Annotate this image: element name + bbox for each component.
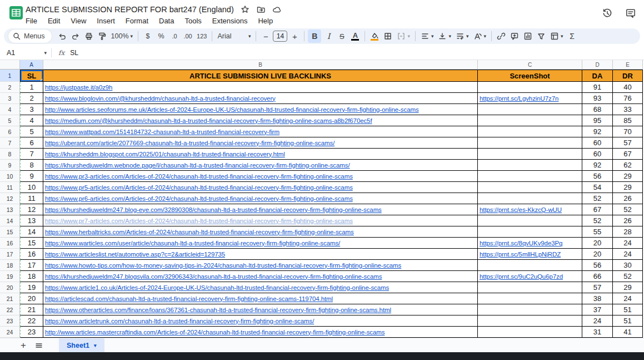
undo-button[interactable]	[56, 29, 68, 43]
cell-dr[interactable]: 41	[613, 327, 643, 338]
insert-chart-button[interactable]	[522, 29, 534, 43]
move-to-folder-icon[interactable]	[256, 5, 266, 14]
cell-screenshot[interactable]	[478, 193, 582, 204]
cell-sl[interactable]: 4	[20, 115, 43, 126]
cell-da[interactable]: 52	[582, 215, 613, 226]
menu-item[interactable]: Extensions	[212, 17, 248, 25]
cell-sl[interactable]: 13	[20, 215, 43, 226]
cloud-saved-icon[interactable]	[272, 5, 282, 14]
menu-item[interactable]: File	[26, 17, 37, 25]
screenshot-url[interactable]: https://prnt.sc/5mllHLpNjRDZ	[480, 251, 561, 258]
cell-url[interactable]: https://www.pr6-articles.com/Articles-of…	[43, 193, 478, 204]
cell-sl[interactable]: 16	[20, 249, 43, 260]
cell-da[interactable]: 93	[582, 93, 613, 104]
comment-history-icon[interactable]	[625, 8, 636, 19]
cell-da[interactable]: 31	[582, 327, 613, 338]
cell-dr[interactable]: 67	[613, 149, 643, 160]
decrease-decimal-button[interactable]: .0	[168, 29, 181, 43]
cell-sl[interactable]: 18	[20, 271, 43, 282]
cell-dr[interactable]: 52	[613, 271, 643, 282]
row-number[interactable]: 23	[0, 315, 20, 327]
cell-url[interactable]: https://khurshedjuweldm247.blog-eye.com/…	[43, 204, 478, 215]
cell-dr[interactable]: 85	[613, 115, 643, 126]
cell-screenshot[interactable]	[478, 149, 582, 160]
screenshot-url[interactable]: https://prnt.sc/9uC2uQu6p7zd	[480, 273, 563, 280]
vertical-align-button[interactable]: ▾	[436, 29, 453, 43]
backlink-url[interactable]: https://www.article1.co.uk/Articles-of-2…	[45, 284, 389, 291]
cell-url[interactable]: https://www.howto-tips.com/how-to-money-…	[43, 260, 478, 271]
cell-sl[interactable]: 11	[20, 193, 43, 204]
bold-button[interactable]: B	[308, 29, 321, 43]
backlink-url[interactable]: https://www.articletrunk.com/chasunah-lt…	[45, 318, 314, 324]
cell-url[interactable]: https://www.otherarticles.com/finance/lo…	[43, 304, 478, 315]
cell-url[interactable]: https://medium.com/@khursheddm/chasunah-…	[43, 115, 478, 126]
cell-dr[interactable]: 62	[613, 160, 643, 171]
percent-format-button[interactable]: %	[155, 29, 167, 43]
cell-sl[interactable]: 8	[20, 160, 43, 171]
cell-url[interactable]: https://www.bloglovin.com/@khursheddm/ch…	[43, 93, 478, 104]
cell-sl[interactable]: 12	[20, 204, 43, 215]
increase-decimal-button[interactable]: .00	[182, 29, 194, 43]
backlink-url[interactable]: https://www.howto-tips.com/how-to-money-…	[45, 262, 401, 269]
fill-color-button[interactable]	[368, 29, 381, 43]
row-number[interactable]: 21	[0, 293, 20, 304]
cell-url[interactable]: http://www.articles.seoforums.me.uk/Arti…	[43, 104, 478, 115]
cell-sl[interactable]: 19	[20, 282, 43, 293]
selection-fill-handle[interactable]	[41, 79, 43, 82]
cell-da[interactable]: 24	[582, 315, 613, 327]
row-number[interactable]: 8	[0, 149, 20, 160]
cell-dr[interactable]: 29	[613, 182, 643, 193]
cell-screenshot[interactable]	[478, 226, 582, 238]
filter-views-button[interactable]: ▾	[548, 29, 565, 43]
cell-da[interactable]: 57	[582, 282, 613, 293]
cell-da[interactable]: 60	[582, 137, 613, 149]
star-icon[interactable]	[241, 5, 249, 14]
cell-url[interactable]: https://khurshedjuweldm247.blogsvila.com…	[43, 271, 478, 282]
cell-dr[interactable]: 29	[613, 282, 643, 293]
cell-url[interactable]: https://www.pr7-articles.com/Articles-of…	[43, 215, 478, 226]
cell-backlinks-header[interactable]: ARTICLE SUBMISSION LIVE BACKLINKS	[43, 70, 478, 82]
row-number[interactable]: 19	[0, 271, 20, 282]
cell-sl[interactable]: 3	[20, 104, 43, 115]
backlink-url[interactable]: https://www.pr6-articles.com/Articles-of…	[45, 195, 353, 202]
cell-url[interactable]: https://www.articletrunk.com/chasunah-lt…	[43, 315, 478, 327]
cell-da[interactable]: 67	[582, 204, 613, 215]
decrease-font-size-button[interactable]: −	[259, 29, 272, 43]
cell-screenshot[interactable]	[478, 315, 582, 327]
cell-dr[interactable]: 51	[613, 304, 643, 315]
sheet-tab-active[interactable]: Sheet1 ▾	[59, 338, 104, 352]
row-number[interactable]: 24	[0, 327, 20, 338]
row-number[interactable]: 10	[0, 171, 20, 182]
backlink-url[interactable]: https://khurshedjuweldm247.blog-eye.com/…	[45, 206, 382, 213]
cell-sl-header[interactable]: SL	[20, 70, 43, 82]
row-number[interactable]: 2	[0, 82, 20, 93]
cell-da[interactable]: 55	[582, 226, 613, 238]
text-rotation-button[interactable]: ▾	[472, 29, 488, 43]
borders-button[interactable]	[382, 29, 394, 43]
insert-comment-button[interactable]	[508, 29, 521, 43]
version-history-icon[interactable]	[602, 8, 613, 19]
row-number[interactable]: 17	[0, 249, 20, 260]
sum-functions-button[interactable]: Σ	[566, 29, 578, 43]
backlink-url[interactable]: https://www.bloglovin.com/@khursheddm/ch…	[45, 95, 276, 102]
backlink-url[interactable]: http://www.articles.mastercraftindia.com…	[45, 329, 385, 336]
menu-item[interactable]: Data	[159, 17, 174, 25]
screenshot-url[interactable]: https://prnt.sc/8qvUKv9de3Pq	[480, 240, 562, 246]
column-header[interactable]: E	[613, 60, 643, 70]
backlink-url[interactable]: https://khursheddm.blogspot.com/2025/01/…	[45, 151, 285, 157]
text-wrap-button[interactable]: ▾	[454, 29, 471, 43]
cell-dr[interactable]: 76	[613, 93, 643, 104]
cell-da[interactable]: 56	[582, 171, 613, 182]
row-number[interactable]: 20	[0, 282, 20, 293]
text-color-button[interactable]: A	[349, 29, 361, 43]
cell-sl[interactable]: 23	[20, 327, 43, 338]
row-number[interactable]: 15	[0, 226, 20, 238]
strikethrough-button[interactable]: S	[336, 29, 348, 43]
cell-url[interactable]: https://www.pr5-articles.com/Articles-of…	[43, 182, 478, 193]
screenshot-url[interactable]: https://prnt.sc/LgvhzinU7z7n	[480, 95, 558, 102]
cell-dr-header[interactable]: DR	[613, 70, 643, 82]
backlink-url[interactable]: https://www.pr5-articles.com/Articles-of…	[45, 184, 353, 191]
backlink-url[interactable]: https://www.wattpad.com/1514184732-chasu…	[45, 129, 279, 135]
row-number[interactable]: 13	[0, 204, 20, 215]
column-header[interactable]: D	[582, 60, 613, 70]
